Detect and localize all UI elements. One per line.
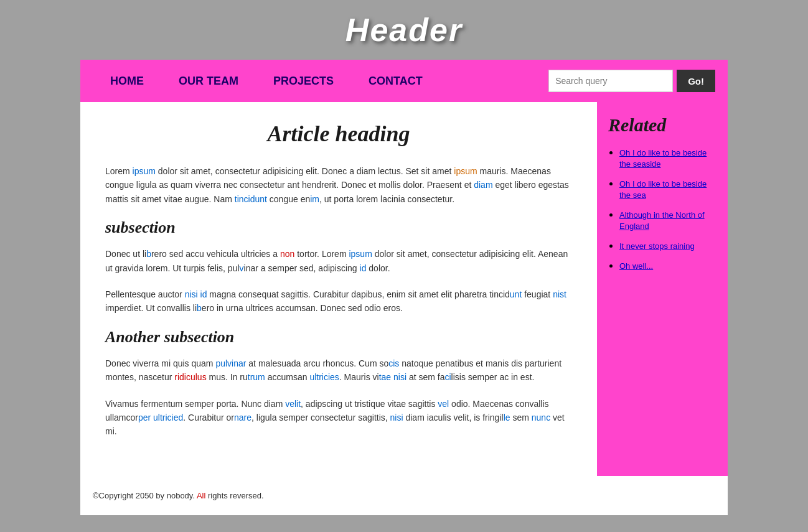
list-item: Oh well... <box>619 260 716 271</box>
nav-item-projects[interactable]: PROJECTS <box>256 75 351 88</box>
nav-item-contact[interactable]: CONTACT <box>351 75 440 88</box>
nav-item-home[interactable]: HOME <box>93 75 161 88</box>
navbar: HOME OUR TEAM PROJECTS CONTACT Go! <box>80 60 728 102</box>
sidebar-link-1[interactable]: Oh I do like to be beside the seaside <box>619 148 707 169</box>
sidebar: Related Oh I do like to be beside the se… <box>597 102 728 476</box>
sidebar-link-3[interactable]: Although in the North of England <box>619 210 705 231</box>
search-area: Go! <box>548 70 715 92</box>
list-item: Oh I do like to be beside the sea <box>619 178 716 200</box>
list-item: Although in the North of England <box>619 209 716 231</box>
main-wrapper: Article heading Lorem ipsum dolor sit am… <box>80 102 728 476</box>
sidebar-link-5[interactable]: Oh well... <box>619 261 653 271</box>
nav-item-our-team[interactable]: OUR TEAM <box>161 75 256 88</box>
sidebar-related-list: Oh I do like to be beside the seaside Oh… <box>608 147 716 271</box>
site-title: Header <box>0 11 808 49</box>
article-paragraph-2: Donec ut librero sed accu vehicula ultri… <box>105 247 572 275</box>
article-body: Lorem ipsum dolor sit amet, consectetur … <box>105 164 572 439</box>
article-area: Article heading Lorem ipsum dolor sit am… <box>80 102 597 476</box>
article-paragraph-3: Pellentesque auctor nisi id magna conseq… <box>105 287 572 315</box>
search-button[interactable]: Go! <box>677 70 715 92</box>
article-heading: Article heading <box>105 121 572 147</box>
search-input[interactable] <box>548 70 673 92</box>
site-header: Header <box>0 0 808 60</box>
article-paragraph-5: Vivamus fermentum semper porta. Nunc dia… <box>105 397 572 439</box>
footer: ©Copyright 2050 by nobody. All rights re… <box>80 476 728 515</box>
article-paragraph-1: Lorem ipsum dolor sit amet, consectetur … <box>105 164 572 206</box>
footer-text: ©Copyright 2050 by nobody. All rights re… <box>93 491 715 500</box>
nav-links: HOME OUR TEAM PROJECTS CONTACT <box>93 75 548 88</box>
subsection-1-heading: subsection <box>105 218 572 237</box>
sidebar-link-4[interactable]: It never stops raining <box>619 241 695 251</box>
list-item: It never stops raining <box>619 240 716 251</box>
sidebar-heading: Related <box>608 114 716 136</box>
sidebar-link-2[interactable]: Oh I do like to be beside the sea <box>619 179 707 200</box>
list-item: Oh I do like to be beside the seaside <box>619 147 716 169</box>
article-paragraph-4: Donec viverra mi quis quam pulvinar at m… <box>105 357 572 385</box>
subsection-2-heading: Another subsection <box>105 328 572 347</box>
